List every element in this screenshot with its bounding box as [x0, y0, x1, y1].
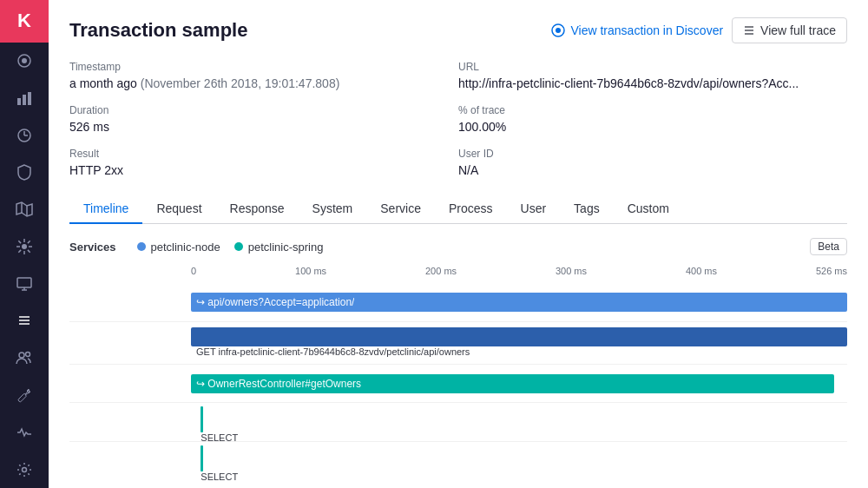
legend-dot	[137, 242, 146, 251]
tab-service[interactable]: Service	[366, 195, 435, 224]
list-icon[interactable]	[0, 302, 49, 340]
svg-rect-4	[28, 92, 31, 105]
trace-green-label: ↪ OwnerRestController#getOwners	[196, 378, 361, 390]
trace-row: SELECT	[69, 402, 847, 441]
heartbeat-icon[interactable]	[0, 413, 49, 451]
scale-label: 100 ms	[295, 266, 326, 276]
trace-bar-area: ↪ api/owners?Accept=application/	[191, 285, 847, 320]
tab-timeline[interactable]: Timeline	[69, 195, 142, 224]
main-content: Transaction sample View transaction in D…	[49, 0, 868, 488]
home-icon[interactable]	[0, 43, 49, 80]
tab-bar: TimelineRequestResponseSystemServiceProc…	[69, 195, 847, 224]
timestamp-item: Timestamp a month ago (November 26th 201…	[69, 61, 458, 90]
result-label: Result	[69, 148, 458, 160]
map-icon[interactable]	[0, 191, 49, 228]
clock-icon[interactable]	[0, 116, 49, 154]
services-label: Services	[69, 241, 116, 254]
scale-label: 200 ms	[425, 266, 457, 276]
timeline-section: Services petclinic-nodepetclinic-spring …	[69, 238, 847, 480]
timestamp-value: a month ago (November 26th 2018, 19:01:4…	[69, 76, 458, 90]
userid-label: User ID	[458, 148, 847, 160]
metadata-grid: Timestamp a month ago (November 26th 201…	[69, 61, 847, 177]
svg-rect-12	[17, 278, 31, 287]
url-value: http://infra-petclinic-client-7b9644b6c8…	[458, 76, 847, 90]
view-discover-button[interactable]: View transaction in Discover	[551, 23, 723, 37]
services-legend: petclinic-nodepetclinic-spring	[137, 241, 324, 254]
tab-tags[interactable]: Tags	[560, 195, 614, 224]
services-row: Services petclinic-nodepetclinic-spring …	[69, 238, 847, 255]
trace-bar-area-3: ↪ OwnerRestController#getOwners	[191, 366, 847, 401]
wrench-icon[interactable]	[0, 377, 49, 414]
shield-icon[interactable]	[0, 154, 49, 191]
pct-trace-label: % of trace	[458, 104, 847, 116]
monitor-icon[interactable]	[0, 265, 49, 302]
scale-label: 300 ms	[556, 266, 587, 276]
trace-row: SELECT	[69, 441, 847, 480]
svg-point-19	[26, 353, 30, 357]
svg-rect-2	[17, 98, 21, 105]
trace-row: GET infra-petclinic-client-7b9644b6c8-8z…	[69, 321, 847, 364]
scale-label: 0	[191, 266, 196, 276]
pct-trace-value: 100.00%	[458, 120, 847, 134]
tab-custom[interactable]: Custom	[614, 195, 683, 224]
svg-point-18	[19, 353, 24, 358]
legend-item: petclinic-node	[137, 241, 220, 254]
duration-label: Duration	[69, 104, 458, 116]
chart-bar-icon[interactable]	[0, 79, 49, 116]
page-title: Transaction sample	[69, 19, 247, 42]
svg-marker-8	[16, 202, 32, 216]
users-icon[interactable]	[0, 340, 49, 377]
trace-bar-dark-blue[interactable]	[191, 327, 847, 346]
trace-bar-green[interactable]: ↪ OwnerRestController#getOwners	[191, 374, 834, 393]
page-header: Transaction sample View transaction in D…	[69, 17, 847, 43]
duration-value: 526 ms	[69, 120, 458, 134]
legend-label: petclinic-spring	[248, 241, 324, 254]
trace-icon	[743, 24, 755, 36]
legend-dot	[234, 242, 243, 251]
plugin-icon[interactable]	[0, 228, 49, 266]
tab-system[interactable]: System	[299, 195, 367, 224]
tab-response[interactable]: Response	[216, 195, 299, 224]
legend-item: petclinic-spring	[234, 241, 324, 254]
trace-bar-label: ↪ api/owners?Accept=application/	[196, 296, 354, 308]
trace-thin-bar-1[interactable]	[201, 406, 203, 432]
trace-thin-bar-2[interactable]	[201, 445, 203, 472]
scale-label: 526 ms	[816, 266, 847, 276]
result-item: Result HTTP 2xx	[69, 148, 458, 177]
tab-request[interactable]: Request	[142, 195, 215, 224]
trace-container: ↪ api/owners?Accept=application/ GET inf…	[69, 283, 847, 480]
svg-point-22	[556, 28, 561, 33]
svg-point-1	[22, 58, 27, 63]
timeline-scale: 0100 ms200 ms300 ms400 ms526 ms	[69, 266, 847, 276]
duration-item: Duration 526 ms	[69, 104, 458, 134]
tab-user[interactable]: User	[507, 195, 561, 224]
result-value: HTTP 2xx	[69, 163, 458, 177]
timestamp-label: Timestamp	[69, 61, 458, 73]
url-label: URL	[458, 61, 847, 73]
timestamp-detail: (November 26th 2018, 19:01:47.808)	[141, 76, 340, 90]
legend-label: petclinic-node	[151, 241, 220, 254]
sidebar-logo[interactable]: K	[0, 0, 49, 43]
trace-bar-blue-1[interactable]: ↪ api/owners?Accept=application/	[191, 293, 847, 312]
svg-rect-3	[23, 95, 26, 105]
view-trace-button[interactable]: View full trace	[732, 17, 847, 43]
trace-row: ↪ OwnerRestController#getOwners	[69, 364, 847, 402]
sidebar: K	[0, 0, 49, 488]
trace-bar-area-4: SELECT	[191, 403, 847, 441]
trace-row: ↪ api/owners?Accept=application/	[69, 283, 847, 321]
discover-icon	[551, 23, 565, 37]
beta-badge: Beta	[810, 238, 847, 255]
settings-icon[interactable]	[0, 451, 49, 488]
url-item: URL http://infra-petclinic-client-7b9644…	[458, 61, 847, 90]
trace-bar-area-2: GET infra-petclinic-client-7b9644b6c8-8z…	[191, 322, 847, 364]
tab-process[interactable]: Process	[435, 195, 507, 224]
svg-point-20	[23, 467, 27, 472]
trace-sublabel: GET infra-petclinic-client-7b9644b6c8-8z…	[196, 346, 470, 357]
userid-value: N/A	[458, 163, 847, 177]
svg-point-11	[22, 244, 27, 249]
select-label-2: SELECT	[201, 472, 238, 482]
scale-label: 400 ms	[686, 266, 717, 276]
userid-item: User ID N/A	[458, 148, 847, 177]
pct-trace-item: % of trace 100.00%	[458, 104, 847, 134]
header-actions: View transaction in Discover View full t…	[551, 17, 847, 43]
